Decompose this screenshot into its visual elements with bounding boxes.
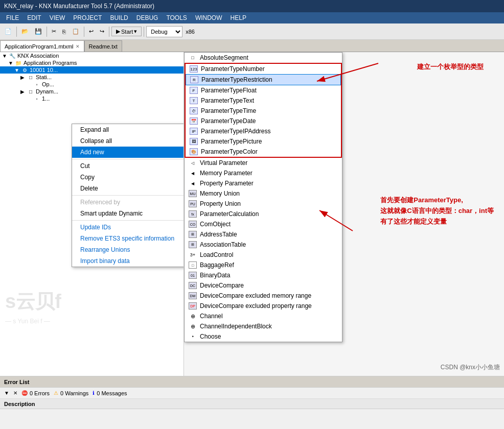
- tree-one[interactable]: ◦ 1...: [0, 95, 184, 102]
- ctx-collapse-all[interactable]: Collapse all: [72, 135, 184, 147]
- sub-param-type-ip[interactable]: IP ParameterTypeIPAddress: [186, 126, 341, 136]
- expand-icon[interactable]: ▼: [2, 53, 7, 59]
- expand-icon-stati[interactable]: ▶: [20, 75, 26, 80]
- sub-memory-param[interactable]: ◀ Memory Parameter: [185, 168, 342, 178]
- toolbar-cut[interactable]: ✂: [49, 26, 59, 38]
- sub-virtual-param[interactable]: ◁ Virtual Parameter: [185, 158, 342, 168]
- sub-param-type-date[interactable]: 📅 ParameterTypeDate: [186, 116, 341, 126]
- ctx-remove-ets3[interactable]: Remove ETS3 specific information: [72, 233, 184, 244]
- sub-param-calc-label: ParameterCalculation: [200, 210, 259, 218]
- error-filter-errors[interactable]: ⛔ 0 Errors: [21, 390, 50, 396]
- sub-param-type-time[interactable]: ⏱ ParameterTypeTime: [186, 106, 341, 116]
- sub-param-type-text-label: ParameterTypeText: [201, 97, 254, 104]
- error-filter-warnings[interactable]: ⚠ 0 Warnings: [54, 390, 88, 396]
- menu-file[interactable]: FILE: [2, 13, 23, 22]
- menu-view[interactable]: VIEW: [45, 13, 70, 22]
- menu-build[interactable]: BUILD: [106, 13, 132, 22]
- tree-dynam[interactable]: ▶ □ Dynam...: [0, 88, 184, 95]
- sub-property-param[interactable]: ◀ Property Parameter: [185, 178, 342, 188]
- toolbar: 📄 📂 💾 ✂ ⎘ 📋 ↩ ↪ ▶ Start ▾ Debug Release …: [0, 23, 504, 40]
- warning-count: 0 Warnings: [60, 390, 88, 396]
- ctx-cut[interactable]: Cut: [72, 160, 184, 172]
- sub-address-table[interactable]: ⊞ AddressTable: [185, 229, 342, 240]
- error-filter-clear[interactable]: ✕: [13, 390, 17, 396]
- ctx-referenced-label: Referenced by: [80, 199, 120, 206]
- sub-baggage-ref[interactable]: □ BaggageRef: [185, 260, 342, 270]
- sub-dc-excl-mem[interactable]: DM DeviceCompare excluded memory range: [185, 291, 342, 301]
- ctx-rearrange-label: Rearrange Unions: [80, 246, 130, 253]
- sub-binary-data[interactable]: 01 BinaryData: [185, 270, 342, 280]
- tab-readme-label: Readme.txt: [89, 43, 118, 50]
- error-filter-arrow[interactable]: ▼: [4, 390, 9, 396]
- ctx-delete-label: Delete: [80, 185, 98, 192]
- sub-channel-ind-block[interactable]: ⊕ ChannelIndependentBlock: [185, 321, 342, 331]
- menu-window[interactable]: WINDOW: [191, 13, 226, 22]
- tree-app-item[interactable]: ▼ ⚙ 10001 10...: [0, 66, 184, 74]
- tree-knx-association[interactable]: ▼ 🔧 KNX Association: [0, 52, 184, 59]
- sub-param-calc[interactable]: fx ParameterCalculation: [185, 209, 342, 219]
- tree-op[interactable]: ◦ Op...: [0, 81, 184, 88]
- ctx-add-new[interactable]: Add new ▶: [72, 147, 184, 158]
- expand-icon-app[interactable]: ▼: [8, 60, 13, 66]
- sub-assoc-table[interactable]: ⊞ AssociationTable: [185, 240, 342, 250]
- description-column: Description: [4, 401, 35, 407]
- sub-choose-label: Choose: [200, 333, 221, 340]
- sub-param-type-float[interactable]: F ParameterTypeFloat: [186, 85, 341, 96]
- sub-absolute-segment[interactable]: □ AbsoluteSegment: [185, 53, 342, 63]
- menu-project[interactable]: PROJECT: [69, 13, 106, 22]
- toolbar-redo[interactable]: ↪: [97, 26, 107, 38]
- watermark-sub: — s Yun Bei f —: [5, 318, 50, 325]
- sub-param-type-time-label: ParameterTypeTime: [201, 107, 256, 114]
- toolbar-open[interactable]: 📂: [19, 26, 31, 38]
- tab-mtxml[interactable]: ApplicationProgram1.mtxml ✕: [0, 40, 84, 52]
- toolbar-save[interactable]: 💾: [32, 26, 44, 38]
- sub-device-compare[interactable]: DC DeviceCompare: [185, 280, 342, 291]
- ctx-delete[interactable]: Delete: [72, 183, 184, 194]
- sub-load-control[interactable]: 3+ LoadControl: [185, 250, 342, 260]
- sub-param-type-number-label: ParameterTypeNumber: [201, 65, 265, 73]
- debug-select[interactable]: Debug Release: [146, 26, 182, 37]
- bottom-panel: Error List ▼ ✕ ⛔ 0 Errors ⚠ 0 Warnings ℹ…: [0, 376, 504, 417]
- toolbar-new[interactable]: 📄: [2, 26, 14, 38]
- ctx-import-binary[interactable]: Import binary data: [72, 255, 184, 267]
- sub-property-union[interactable]: PU Property Union: [185, 199, 342, 209]
- tab-mtxml-close[interactable]: ✕: [76, 44, 80, 49]
- sub-baggage-ref-icon: □: [189, 261, 197, 269]
- start-button[interactable]: ▶ Start ▾: [111, 27, 142, 36]
- sub-param-type-text[interactable]: T ParameterTypeText: [186, 96, 341, 106]
- sub-channel[interactable]: ⊕ Channel: [185, 311, 342, 321]
- sub-param-type-color[interactable]: 🎨 ParameterTypeColor: [186, 147, 341, 157]
- ctx-cut-label: Cut: [80, 162, 90, 170]
- ctx-rearrange[interactable]: Rearrange Unions: [72, 244, 184, 255]
- sub-property-param-label: Property Parameter: [200, 180, 254, 187]
- arch-label: x86: [184, 29, 197, 35]
- sub-param-type-number[interactable]: 123 ParameterTypeNumber: [186, 64, 341, 74]
- ctx-update-ids[interactable]: Update IDs: [72, 222, 184, 233]
- sub-param-type-picture-icon: 🖼: [190, 138, 198, 145]
- tab-readme[interactable]: Readme.txt: [84, 40, 122, 52]
- toolbar-undo[interactable]: ↩: [86, 26, 96, 38]
- expand-icon-item[interactable]: ▼: [14, 67, 19, 73]
- sub-param-type-picture[interactable]: 🖼 ParameterTypePicture: [186, 136, 341, 147]
- sub-param-type-restriction[interactable]: R ParameterTypeRestriction: [186, 74, 341, 85]
- sub-dc-excl-prop[interactable]: DP DeviceCompare excluded property range: [185, 301, 342, 311]
- menu-edit[interactable]: EDIT: [23, 13, 45, 22]
- sub-com-object-icon: CO: [189, 221, 197, 228]
- tree-stati[interactable]: ▶ □ Stati...: [0, 74, 184, 81]
- sub-param-type-picture-label: ParameterTypePicture: [201, 138, 262, 145]
- tree-app-programs[interactable]: ▼ 📁 Application Programs: [0, 59, 184, 66]
- menu-debug[interactable]: DEBUG: [132, 13, 163, 22]
- sub-choose[interactable]: ⁍ Choose: [185, 331, 342, 342]
- toolbar-paste[interactable]: 📋: [70, 26, 82, 38]
- menu-tools[interactable]: TOOLS: [162, 13, 191, 22]
- toolbar-copy[interactable]: ⎘: [60, 26, 68, 38]
- sub-param-type-float-label: ParameterTypeFloat: [201, 87, 257, 94]
- menu-help[interactable]: HELP: [226, 13, 250, 22]
- ctx-expand-all[interactable]: Expand all: [72, 124, 184, 135]
- ctx-smart-update[interactable]: Smart update Dynamic: [72, 208, 184, 219]
- sub-memory-union[interactable]: MU Memory Union: [185, 188, 342, 199]
- expand-icon-dynam[interactable]: ▶: [20, 89, 26, 94]
- ctx-copy[interactable]: Copy: [72, 172, 184, 183]
- sub-com-object[interactable]: CO ComObject: [185, 219, 342, 229]
- error-filter-messages[interactable]: ℹ 0 Messages: [93, 390, 127, 396]
